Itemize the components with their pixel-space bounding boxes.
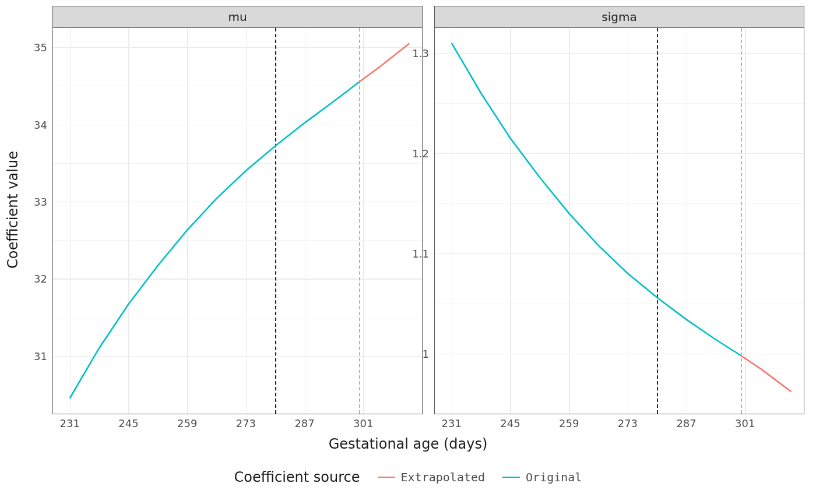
facet-label: sigma <box>434 6 804 27</box>
x-tick-label: 231 <box>442 417 462 429</box>
facet-panel: mu 3132333435231245259273287301 <box>52 6 423 414</box>
x-tick-label: 231 <box>60 417 80 429</box>
plot-area: 3132333435231245259273287301 <box>52 27 423 414</box>
y-tick-label: 1.1 <box>412 247 429 259</box>
y-tick-label: 1.3 <box>412 47 429 59</box>
legend-item: Original <box>502 470 582 484</box>
series-line <box>70 82 359 399</box>
legend-item-label: Extrapolated <box>401 470 486 484</box>
legend-item-label: Original <box>526 470 582 484</box>
y-tick-label: 32 <box>34 273 47 285</box>
legend-item: Extrapolated <box>378 470 486 484</box>
x-tick-label: 287 <box>294 417 314 429</box>
legend: Coefficient source Extrapolated Original <box>0 469 816 485</box>
facet-panel: sigma 11.11.21.3231245259273287301 <box>434 6 804 414</box>
y-axis-title: Coefficient value <box>5 151 21 269</box>
series-line <box>452 43 741 355</box>
y-tick-label: 35 <box>34 41 47 54</box>
x-tick-label: 259 <box>559 417 579 429</box>
x-tick-label: 245 <box>118 417 138 429</box>
x-tick-label: 273 <box>618 417 638 429</box>
y-tick-label: 31 <box>34 350 47 362</box>
facet-grid: mu 3132333435231245259273287301 sigma 11… <box>52 6 804 414</box>
y-tick-label: 1 <box>423 347 429 360</box>
legend-title: Coefficient source <box>234 469 360 485</box>
y-tick-label: 1.2 <box>412 147 429 159</box>
legend-swatch <box>378 477 395 478</box>
facet-label: mu <box>52 6 423 27</box>
x-tick-label: 245 <box>500 417 520 429</box>
x-tick-label: 259 <box>177 417 197 429</box>
y-tick-label: 33 <box>34 195 47 207</box>
series-svg <box>53 28 422 414</box>
series-line <box>741 355 791 392</box>
x-tick-label: 301 <box>353 417 373 429</box>
x-tick-label: 287 <box>676 417 696 429</box>
x-tick-label: 301 <box>735 417 755 429</box>
plot-area: 11.11.21.3231245259273287301 <box>434 27 804 414</box>
chart-root: Coefficient value mu 3132333435231245259… <box>0 0 816 504</box>
y-tick-label: 34 <box>34 118 47 131</box>
series-line <box>359 43 409 82</box>
x-axis-title: Gestational age (days) <box>0 436 816 452</box>
series-svg <box>435 28 804 414</box>
legend-swatch <box>502 477 520 478</box>
x-tick-label: 273 <box>236 417 256 429</box>
